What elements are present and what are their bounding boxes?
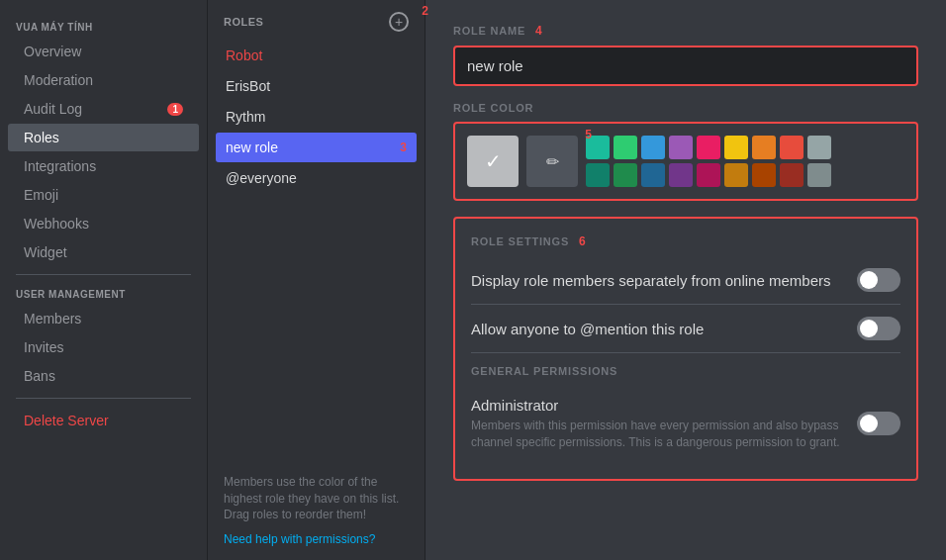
sidebar-section-label-1: VUA MÁY TÍNH (0, 16, 207, 37)
setting-label-allow-mention: Allow anyone to @mention this role (471, 321, 857, 337)
role-item-erisbot[interactable]: ErisBot (216, 71, 417, 101)
sidebar-item-integrations[interactable]: Integrations (8, 152, 199, 180)
sidebar-item-overview[interactable]: Overview (8, 38, 199, 65)
sidebar-item-label: Bans (24, 368, 55, 384)
roles-help-link[interactable]: Need help with permissions? (224, 531, 409, 548)
roles-list: Robot ErisBot Rythm new role 3 @everyone (208, 40, 425, 462)
role-name-section-label: ROLE NAME 4 (453, 24, 918, 38)
role-item-label: new role (226, 140, 278, 155)
toggle-display-separately[interactable] (857, 268, 900, 292)
sidebar-item-label: Moderation (24, 72, 93, 88)
sidebar-item-bans[interactable]: Bans (8, 362, 199, 390)
role-name-badge-4: 4 (535, 24, 542, 38)
color-swatches-row2 (586, 163, 831, 187)
add-role-button[interactable]: + (389, 12, 409, 32)
sidebar-item-webhooks[interactable]: Webhooks (8, 210, 199, 237)
toggle-administrator[interactable] (857, 412, 900, 435)
color-swatches-grid (586, 136, 831, 187)
main-content: ROLE NAME 4 ROLE COLOR ✓ ✏ 5 ROLE SETTIN… (426, 0, 946, 560)
role-item-label: ErisBot (226, 78, 270, 94)
general-permissions-label: GENERAL PERMISSIONS (471, 365, 900, 377)
roles-info-text: Members use the color of the highest rol… (224, 475, 399, 522)
color-swatch[interactable] (807, 163, 831, 187)
color-swatch[interactable] (780, 136, 804, 159)
role-item-label: Robot (226, 47, 262, 63)
role-item-robot[interactable]: Robot (216, 41, 417, 70)
color-swatch[interactable] (807, 136, 831, 159)
role-item-rythm[interactable]: Rythm (216, 102, 417, 132)
color-row: ✓ ✏ 5 (467, 136, 904, 187)
sidebar-item-roles[interactable]: Roles (8, 124, 199, 151)
sidebar-item-label: Widget (24, 244, 67, 260)
role-item-everyone[interactable]: @everyone (216, 163, 417, 193)
setting-row-display-separately: Display role members separately from onl… (471, 256, 900, 305)
color-swatch[interactable] (780, 163, 804, 187)
role-item-label: @everyone (226, 170, 297, 186)
audit-log-badge: 1 (167, 103, 183, 116)
sidebar-item-label: Roles (24, 130, 59, 145)
color-swatch[interactable] (614, 136, 637, 159)
color-swatch[interactable] (641, 136, 665, 159)
toggle-allow-mention[interactable] (857, 317, 900, 340)
color-swatch[interactable] (614, 163, 637, 187)
roles-panel-title: ROLES (224, 16, 263, 28)
sidebar-item-label: Invites (24, 339, 63, 355)
color-swatch[interactable] (752, 163, 776, 187)
role-settings-section: ROLE SETTINGS 6 Display role members sep… (453, 217, 918, 481)
role-settings-label: ROLE SETTINGS 6 (471, 234, 900, 248)
sidebar-divider-2 (16, 398, 191, 399)
role-item-label: Rythm (226, 109, 265, 125)
sidebar-item-members[interactable]: Members (8, 305, 199, 332)
sidebar-item-invites[interactable]: Invites (8, 333, 199, 361)
role-color-section-label: ROLE COLOR (453, 102, 918, 114)
color-swatch[interactable] (641, 163, 665, 187)
sidebar-divider-1 (16, 274, 191, 275)
sidebar-item-widget[interactable]: Widget (8, 238, 199, 266)
color-swatch[interactable] (724, 163, 748, 187)
roles-header: ROLES + 2 (208, 0, 425, 40)
setting-desc-administrator: Members with this permission have every … (471, 418, 845, 451)
color-custom-picker[interactable]: ✏ 5 (526, 136, 578, 187)
sidebar-section-label-2: USER MANAGEMENT (0, 283, 207, 304)
sidebar-item-audit-log[interactable]: Audit Log 1 (8, 95, 199, 123)
sidebar-item-label: Overview (24, 44, 81, 59)
role-color-section: ✓ ✏ 5 (453, 122, 918, 201)
color-swatch[interactable] (669, 163, 693, 187)
roles-info: Members use the color of the highest rol… (208, 462, 425, 560)
setting-label-administrator: Administrator (471, 397, 845, 414)
setting-row-administrator: Administrator Members with this permissi… (471, 385, 900, 463)
color-swatches-row1 (586, 136, 831, 159)
color-swatch[interactable] (697, 163, 720, 187)
color-swatch[interactable] (669, 136, 693, 159)
color-custom-badge-5: 5 (585, 128, 592, 141)
sidebar-item-label: Members (24, 311, 81, 327)
checkmark-icon: ✓ (485, 149, 502, 173)
sidebar: VUA MÁY TÍNH Overview Moderation Audit L… (0, 0, 208, 560)
role-item-new-role[interactable]: new role 3 (216, 133, 417, 162)
setting-row-allow-mention: Allow anyone to @mention this role (471, 305, 900, 353)
roles-panel: ROLES + 2 Robot ErisBot Rythm new role 3… (208, 0, 426, 560)
sidebar-item-moderation[interactable]: Moderation (8, 66, 199, 94)
role-name-input[interactable] (453, 46, 918, 86)
sidebar-item-label: Integrations (24, 158, 96, 174)
sidebar-item-emoji[interactable]: Emoji (8, 181, 199, 209)
setting-label-display-separately: Display role members separately from onl… (471, 272, 857, 289)
color-selected-swatch[interactable]: ✓ (467, 136, 519, 187)
sidebar-item-label: Audit Log (24, 101, 82, 117)
sidebar-item-delete-server[interactable]: Delete Server (8, 407, 199, 434)
roles-badge-2: 2 (422, 4, 428, 18)
sidebar-item-label: Delete Server (24, 413, 109, 428)
sidebar-item-label: Webhooks (24, 216, 89, 232)
color-swatch[interactable] (724, 136, 748, 159)
sidebar-item-label: Emoji (24, 187, 58, 203)
role-settings-badge-6: 6 (579, 234, 586, 248)
color-swatch[interactable] (752, 136, 776, 159)
color-swatch[interactable] (586, 163, 610, 187)
new-role-badge: 3 (400, 140, 407, 154)
pencil-icon: ✏ (546, 152, 559, 171)
color-swatch[interactable] (697, 136, 720, 159)
